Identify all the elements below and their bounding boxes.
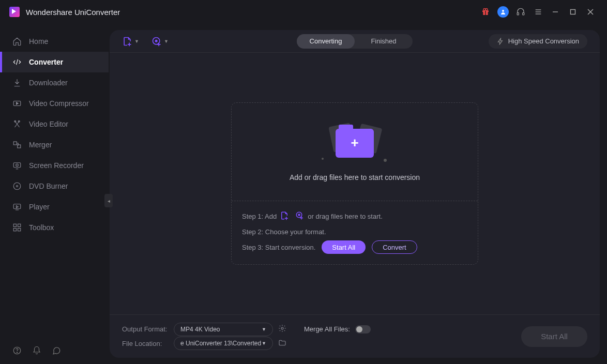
svg-rect-26 bbox=[18, 224, 21, 226]
sidebar-item-label: Home bbox=[29, 37, 48, 46]
step-1: Step 1: Add or drag files here to start. bbox=[242, 208, 467, 224]
step-text: Step 1: Add bbox=[242, 213, 277, 220]
editor-icon bbox=[12, 119, 22, 129]
svg-point-22 bbox=[13, 183, 21, 190]
tab-converting[interactable]: Converting bbox=[297, 34, 355, 49]
svg-rect-25 bbox=[13, 224, 16, 226]
headset-icon[interactable] bbox=[514, 5, 527, 19]
maximize-button[interactable] bbox=[566, 5, 580, 19]
bell-icon[interactable] bbox=[32, 346, 41, 357]
sidebar-item-player[interactable]: Player bbox=[0, 196, 109, 217]
drop-card: + Add or drag files here to start conver… bbox=[231, 102, 478, 265]
high-speed-toggle[interactable]: High Speed Conversion bbox=[489, 34, 587, 49]
high-speed-label: High Speed Conversion bbox=[508, 37, 579, 45]
sidebar-item-label: Converter bbox=[29, 58, 63, 66]
svg-point-5 bbox=[502, 10, 504, 12]
step-3: Step 3: Start conversion. Start All Conv… bbox=[242, 239, 467, 255]
svg-rect-19 bbox=[18, 145, 21, 148]
chat-icon[interactable] bbox=[52, 346, 61, 357]
gift-icon[interactable] bbox=[479, 5, 492, 19]
merge-all-files: Merge All Files: bbox=[304, 325, 371, 333]
settings-icon[interactable] bbox=[278, 324, 286, 334]
folder-plus-icon: + bbox=[324, 123, 386, 164]
sidebar: Home Converter Downloader Video Compress… bbox=[0, 24, 109, 364]
chevron-down-icon: ▼ bbox=[164, 39, 169, 44]
sidebar-item-dvd[interactable]: DVD Burner bbox=[0, 176, 109, 196]
open-folder-icon[interactable] bbox=[278, 339, 286, 348]
svg-rect-6 bbox=[517, 13, 519, 16]
center-area: + Add or drag files here to start conver… bbox=[110, 53, 600, 314]
sidebar-item-downloader[interactable]: Downloader bbox=[0, 72, 109, 93]
add-file-button[interactable]: ▼ bbox=[122, 36, 139, 47]
sidebar-item-label: DVD Burner bbox=[29, 182, 68, 190]
output-format-select[interactable]: MP4 4K Video▼ bbox=[174, 323, 273, 336]
svg-rect-28 bbox=[18, 229, 21, 231]
compressor-icon bbox=[12, 99, 22, 108]
sidebar-item-home[interactable]: Home bbox=[0, 31, 109, 52]
toolbox-icon bbox=[12, 223, 22, 232]
sidebar-item-label: Video Editor bbox=[29, 120, 68, 128]
merge-toggle[interactable] bbox=[355, 325, 371, 333]
start-all-main-button[interactable]: Start All bbox=[521, 326, 587, 347]
step-2: Step 2: Choose your format. bbox=[242, 224, 467, 239]
chevron-down-icon: ▼ bbox=[134, 39, 139, 44]
downloader-icon bbox=[12, 78, 22, 87]
add-file-icon[interactable] bbox=[280, 211, 289, 222]
merge-label: Merge All Files: bbox=[304, 325, 350, 333]
sidebar-item-label: Merger bbox=[29, 141, 52, 149]
user-icon[interactable] bbox=[496, 5, 510, 19]
sidebar-collapse-handle[interactable]: ◂ bbox=[104, 194, 113, 207]
toolbar: ▼ ▼ Converting Finished High Speed Conve… bbox=[110, 30, 600, 53]
sidebar-footer bbox=[12, 346, 61, 357]
minimize-button[interactable] bbox=[548, 5, 563, 19]
bottom-bar: Output Format: MP4 4K Video▼ Merge All F… bbox=[110, 314, 600, 358]
tab-finished[interactable]: Finished bbox=[355, 34, 413, 49]
svg-rect-27 bbox=[13, 229, 16, 231]
titlebar: Wondershare UniConverter bbox=[0, 0, 607, 24]
file-location-select[interactable]: e UniConverter 13\Converted▼ bbox=[174, 337, 273, 350]
svg-point-30 bbox=[17, 352, 17, 353]
step-text: Step 3: Start conversion. bbox=[242, 244, 315, 251]
merger-icon bbox=[12, 140, 22, 149]
svg-rect-20 bbox=[13, 163, 21, 168]
sidebar-item-label: Downloader bbox=[29, 79, 68, 87]
recorder-icon bbox=[12, 161, 22, 170]
drop-message: Add or drag files here to start conversi… bbox=[290, 173, 420, 181]
chevron-down-icon: ▼ bbox=[262, 327, 266, 332]
sidebar-item-merger[interactable]: Merger bbox=[0, 134, 109, 155]
svg-point-34 bbox=[298, 214, 300, 216]
main-area: ▼ ▼ Converting Finished High Speed Conve… bbox=[109, 24, 607, 364]
player-icon bbox=[12, 202, 22, 211]
file-location-label: File Location: bbox=[122, 340, 174, 347]
step-text: or drag files here to start. bbox=[308, 213, 383, 220]
svg-point-21 bbox=[16, 164, 19, 166]
app-logo bbox=[9, 7, 20, 17]
svg-point-4 bbox=[485, 8, 488, 10]
steps: Step 1: Add or drag files here to start.… bbox=[232, 201, 478, 264]
close-button[interactable] bbox=[583, 5, 598, 19]
start-all-button[interactable]: Start All bbox=[322, 240, 366, 254]
svg-point-35 bbox=[281, 327, 283, 329]
drop-zone[interactable]: + Add or drag files here to start conver… bbox=[232, 103, 478, 201]
help-icon[interactable] bbox=[12, 346, 22, 357]
panel: ▼ ▼ Converting Finished High Speed Conve… bbox=[110, 30, 600, 358]
sidebar-item-recorder[interactable]: Screen Recorder bbox=[0, 155, 109, 176]
sidebar-item-editor[interactable]: Video Editor bbox=[0, 114, 109, 134]
svg-rect-2 bbox=[485, 10, 485, 15]
app-title: Wondershare UniConverter bbox=[26, 8, 120, 17]
sidebar-item-label: Video Compressor bbox=[29, 99, 89, 108]
hamburger-menu-icon[interactable] bbox=[532, 5, 545, 19]
convert-button[interactable]: Convert bbox=[372, 240, 417, 254]
add-disc-button[interactable]: ▼ bbox=[151, 36, 169, 47]
chevron-down-icon: ▼ bbox=[262, 341, 266, 346]
sidebar-item-compressor[interactable]: Video Compressor bbox=[0, 93, 109, 114]
home-icon bbox=[12, 37, 22, 46]
sidebar-item-converter[interactable]: Converter bbox=[0, 52, 109, 72]
svg-point-23 bbox=[17, 186, 18, 187]
add-disc-icon[interactable] bbox=[295, 211, 305, 222]
sidebar-item-label: Toolbox bbox=[29, 223, 54, 232]
status-tabs: Converting Finished bbox=[297, 34, 413, 49]
sidebar-item-label: Player bbox=[29, 203, 50, 211]
sidebar-item-toolbox[interactable]: Toolbox bbox=[0, 217, 109, 238]
output-format-label: Output Format: bbox=[122, 325, 174, 333]
